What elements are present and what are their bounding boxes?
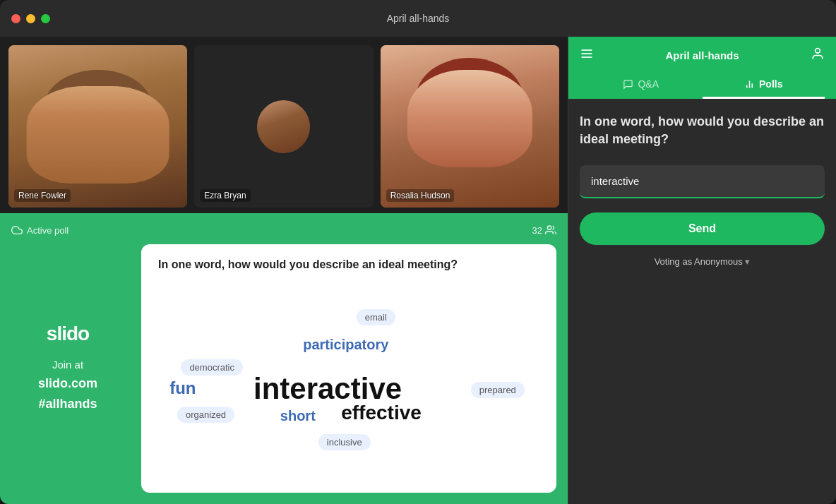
bar-chart-icon bbox=[744, 79, 755, 90]
active-poll-indicator: Active poll bbox=[11, 224, 68, 236]
menu-icon[interactable] bbox=[580, 47, 594, 64]
minimize-button[interactable] bbox=[26, 14, 35, 23]
word-inclusive: inclusive bbox=[318, 434, 371, 450]
chat-icon bbox=[623, 79, 633, 90]
word-interactive: interactive bbox=[253, 372, 402, 406]
svg-point-4 bbox=[816, 49, 820, 54]
right-poll-question: In one word, how would you describe an i… bbox=[580, 113, 825, 148]
tab-qa[interactable]: Q&A bbox=[580, 73, 703, 99]
left-panel: Rene Fowler Ezra Bryan bbox=[0, 37, 568, 504]
tab-qa-label: Q&A bbox=[638, 78, 659, 90]
video-name-ezra: Ezra Bryan bbox=[200, 189, 250, 202]
right-header-top: April all-hands bbox=[580, 47, 825, 64]
slido-sidebar: slido Join at slido.com #allhands bbox=[11, 244, 124, 493]
right-header: April all-hands Q&A bbox=[568, 37, 836, 99]
slido-logo: slido bbox=[47, 323, 89, 345]
close-button[interactable] bbox=[11, 14, 20, 23]
svg-point-0 bbox=[547, 226, 551, 229]
video-name-rene: Rene Fowler bbox=[14, 189, 71, 202]
word-democratic: democratic bbox=[181, 359, 243, 376]
tabs: Q&A Polls bbox=[580, 73, 825, 99]
video-tile-ezra: Ezra Bryan bbox=[194, 45, 373, 208]
video-name-rosalia: Rosalia Hudson bbox=[386, 189, 455, 202]
slido-hashtag: #allhands bbox=[38, 394, 97, 414]
word-effective: effective bbox=[341, 402, 422, 424]
poll-question-text: In one word, how would you describe an i… bbox=[158, 258, 539, 271]
poll-card: In one word, how would you describe an i… bbox=[141, 244, 556, 493]
app-window: April all-hands Rene Fowler bbox=[0, 0, 836, 504]
user-icon[interactable] bbox=[811, 47, 825, 64]
slido-url: slido.com bbox=[38, 373, 97, 394]
voting-as: Voting as Anonymous ▾ bbox=[580, 256, 825, 267]
send-button[interactable]: Send bbox=[580, 212, 825, 245]
voting-as-label: Voting as bbox=[655, 256, 693, 267]
answer-input[interactable] bbox=[580, 165, 825, 198]
cloud-icon bbox=[11, 224, 23, 236]
word-prepared: prepared bbox=[471, 382, 525, 398]
video-tile-rosalia: Rosalia Hudson bbox=[381, 45, 559, 208]
word-fun: fun bbox=[169, 378, 196, 398]
right-panel: April all-hands Q&A bbox=[568, 37, 836, 504]
participants-number: 32 bbox=[532, 225, 542, 236]
slido-panel: Active poll 32 s bbox=[0, 213, 568, 504]
right-panel-title: April all-hands bbox=[665, 49, 739, 61]
word-cloud: email democratic participatory fun inter… bbox=[158, 285, 539, 479]
video-tile-rene: Rene Fowler bbox=[8, 45, 187, 208]
traffic-lights bbox=[11, 14, 50, 23]
word-short: short bbox=[280, 408, 316, 424]
active-poll-text: Active poll bbox=[27, 225, 68, 236]
main-content: Rene Fowler Ezra Bryan bbox=[0, 37, 836, 504]
voting-as-user: Anonymous bbox=[694, 256, 743, 267]
video-grid: Rene Fowler Ezra Bryan bbox=[0, 37, 568, 213]
tab-polls-label: Polls bbox=[759, 78, 782, 90]
word-cloud-inner: email democratic participatory fun inter… bbox=[158, 301, 539, 463]
tab-polls[interactable]: Polls bbox=[703, 73, 825, 99]
maximize-button[interactable] bbox=[41, 14, 50, 23]
join-info: Join at slido.com #allhands bbox=[38, 356, 97, 414]
slido-status-bar: Active poll 32 bbox=[11, 224, 556, 236]
word-email: email bbox=[357, 309, 395, 325]
word-organized: organized bbox=[177, 407, 234, 423]
window-title: April all-hands bbox=[387, 13, 450, 24]
people-icon bbox=[545, 224, 556, 236]
join-at-text: Join at bbox=[38, 356, 97, 373]
word-participatory: participatory bbox=[303, 337, 388, 353]
right-body: In one word, how would you describe an i… bbox=[568, 99, 836, 504]
title-bar: April all-hands bbox=[0, 0, 836, 37]
slido-main-area: slido Join at slido.com #allhands In one… bbox=[11, 244, 556, 493]
participants-count: 32 bbox=[532, 224, 556, 236]
chevron-down-icon[interactable]: ▾ bbox=[745, 256, 750, 267]
